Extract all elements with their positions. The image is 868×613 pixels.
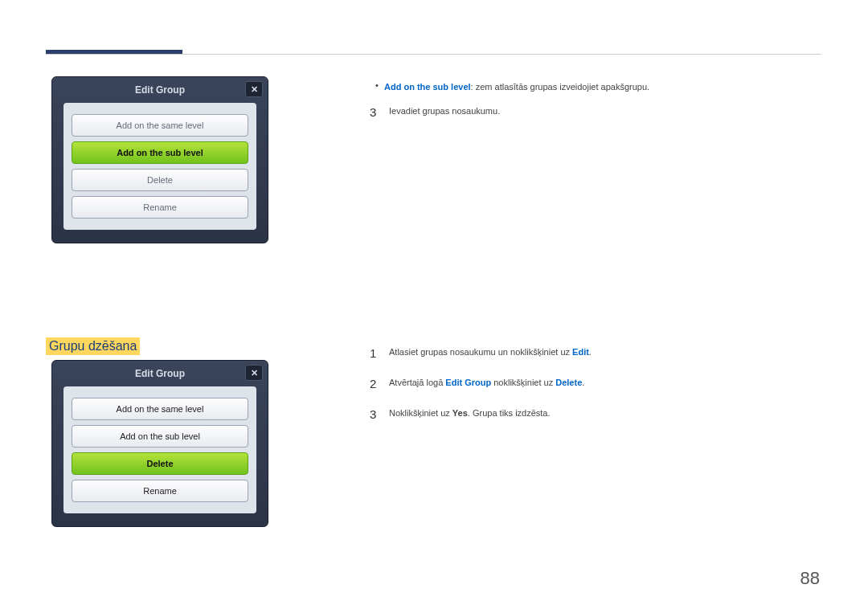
- bullet-item: • Add on the sub level: zem atlasītās gr…: [370, 79, 820, 95]
- step-number: 1: [370, 344, 389, 363]
- bullet-label: Add on the sub level: [384, 82, 471, 92]
- dialog-body: Add on the same level Add on the sub lev…: [63, 386, 256, 513]
- step-number: 3: [370, 405, 389, 424]
- step-text: Ievadiet grupas nosaukumu.: [389, 103, 820, 122]
- dialog-title: Edit Group: [135, 84, 185, 96]
- step-text: Atlasiet grupas nosaukumu un noklikšķini…: [389, 344, 820, 363]
- edit-group-dialog-1: Edit Group ✕ Add on the same level Add o…: [51, 76, 268, 243]
- close-icon[interactable]: ✕: [245, 365, 263, 381]
- step-row: 2 Atvērtajā logā Edit Group noklikšķinie…: [370, 374, 820, 394]
- step-row: 3 Noklikšķiniet uz Yes. Grupa tiks izdzē…: [370, 405, 820, 424]
- delete-button[interactable]: Delete: [72, 452, 248, 475]
- edit-group-dialog-2: Edit Group ✕ Add on the same level Add o…: [51, 360, 268, 527]
- dialog-header: Edit Group ✕: [52, 361, 268, 386]
- dialog-title: Edit Group: [135, 368, 185, 379]
- delete-button[interactable]: Delete: [72, 169, 248, 191]
- close-icon[interactable]: ✕: [245, 81, 263, 97]
- dialog-header: Edit Group ✕: [52, 77, 268, 103]
- step-number: 2: [370, 374, 389, 394]
- header-divider: [46, 54, 821, 55]
- rename-button[interactable]: Rename: [72, 480, 248, 502]
- step-row: 3 Ievadiet grupas nosaukumu.: [370, 103, 820, 122]
- add-sub-level-button[interactable]: Add on the sub level: [72, 141, 248, 164]
- step-number: 3: [370, 103, 389, 122]
- section-heading: Grupu dzēšana: [46, 337, 140, 355]
- bullet-rest: : zem atlasītās grupas izveidojiet apakš…: [471, 82, 650, 92]
- add-same-level-button[interactable]: Add on the same level: [72, 398, 248, 420]
- lower-instructions: 1 Atlasiet grupas nosaukumu un noklikšķi…: [370, 336, 820, 424]
- upper-instructions: • Add on the sub level: zem atlasītās gr…: [370, 79, 820, 122]
- step-row: 1 Atlasiet grupas nosaukumu un noklikšķi…: [370, 344, 820, 363]
- dialog-body: Add on the same level Add on the sub lev…: [63, 103, 256, 230]
- bullet-text: Add on the sub level: zem atlasītās grup…: [384, 79, 820, 95]
- bullet-icon: •: [370, 79, 384, 95]
- add-same-level-button[interactable]: Add on the same level: [72, 114, 248, 137]
- page-number: 88: [800, 568, 820, 589]
- step-text: Noklikšķiniet uz Yes. Grupa tiks izdzēst…: [389, 405, 820, 424]
- step-text: Atvērtajā logā Edit Group noklikšķiniet …: [389, 374, 820, 394]
- add-sub-level-button[interactable]: Add on the sub level: [72, 425, 248, 447]
- rename-button[interactable]: Rename: [72, 196, 248, 219]
